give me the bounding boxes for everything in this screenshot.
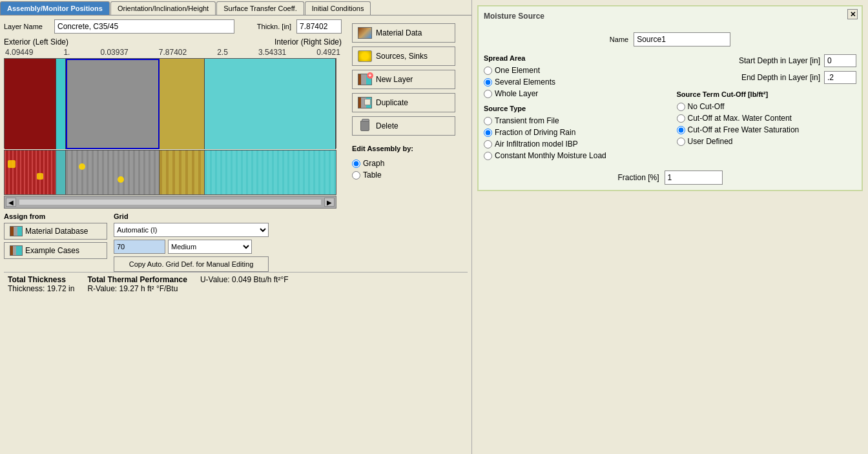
name-input[interactable]	[634, 32, 730, 46]
sources-sinks-button[interactable]: Sources, Sinks	[352, 46, 455, 66]
spread-several-radio[interactable]	[484, 78, 492, 87]
source-transient-radio[interactable]	[484, 117, 492, 125]
fraction-input[interactable]	[665, 170, 723, 185]
cutoff-user-defined[interactable]: User Defined	[677, 137, 857, 146]
scroll-left[interactable]: ◀	[6, 198, 16, 207]
layer-cyan-1[interactable]	[56, 59, 66, 149]
grid-visualization	[4, 150, 336, 195]
grid-label: Grid	[114, 212, 342, 220]
layer-yellow[interactable]	[160, 59, 205, 149]
start-depth-row: Start Depth in Layer [in]	[677, 54, 857, 67]
tab-orientation[interactable]: Orientation/Inclination/Height	[110, 1, 216, 15]
start-depth-input[interactable]	[824, 54, 856, 67]
cutoff-max-radio[interactable]	[677, 114, 685, 123]
source-constant-radio[interactable]	[484, 152, 492, 160]
spread-one-element[interactable]: One Element	[484, 66, 664, 75]
source-air-label: Air Infiltration model IBP	[495, 139, 578, 149]
end-depth-input[interactable]	[824, 71, 856, 84]
spread-several-label: Several Elements	[495, 77, 555, 87]
ruler-val-4: 2.5	[217, 48, 228, 57]
copy-grid-button[interactable]: Copy Auto. Grid Def. for Manual Editing	[114, 256, 269, 272]
cutoff-user-label: User Defined	[688, 137, 733, 146]
end-depth-row: End Depth in Layer [in]	[677, 71, 857, 84]
source-fraction-radio[interactable]	[484, 129, 492, 137]
total-thickness-section: Total Thickness Thickness: 19.72 in	[8, 275, 74, 293]
scroll-right[interactable]: ▶	[324, 198, 335, 207]
example-cases-button[interactable]: Example Cases	[4, 242, 107, 259]
ruler-val-2: 0.03937	[100, 48, 128, 57]
fraction-label: Fraction [%]	[617, 173, 659, 182]
source-constant-label: Constant Monthly Moisture Load	[495, 151, 606, 160]
radio-graph-label: Graph	[363, 159, 384, 168]
grid-type-select[interactable]: Automatic (I) Automatic (II) Manual	[114, 223, 269, 237]
thickness-label: Thickn. [in]	[240, 23, 291, 30]
duplicate-icon	[358, 97, 372, 108]
cutoff-max-water[interactable]: Cut-Off at Max. Water Content	[677, 114, 857, 123]
scroll-area[interactable]: ◀ ▶	[4, 196, 336, 209]
spread-several-elements[interactable]: Several Elements	[484, 77, 664, 87]
source-fraction-label: Fraction of Driving Rain	[495, 128, 575, 137]
moisture-source-panel: Moisture Source ✕ Name Spread Area One E…	[477, 5, 863, 191]
new-layer-label: New Layer	[376, 75, 413, 84]
status-bar: Total Thickness Thickness: 19.72 in Tota…	[4, 272, 468, 296]
cutoff-max-label: Cut-Off at Max. Water Content	[688, 114, 792, 123]
interior-label: Interior (Right Side)	[274, 37, 342, 46]
cutoff-no-radio[interactable]	[677, 103, 685, 111]
layer-gray[interactable]	[66, 59, 160, 149]
duplicate-label: Duplicate	[376, 98, 408, 107]
source-air-radio[interactable]	[484, 140, 492, 149]
grid-medium-select[interactable]: Coarse Medium Fine	[168, 240, 252, 254]
spread-one-radio[interactable]	[484, 67, 492, 75]
material-data-label: Material Data	[376, 28, 422, 37]
duplicate-button[interactable]: Duplicate	[352, 93, 455, 112]
tab-bar: Assembly/Monitor Positions Orientation/I…	[0, 0, 471, 15]
radio-graph-input[interactable]	[352, 160, 360, 168]
delete-button[interactable]: Delete	[352, 116, 455, 136]
material-data-button[interactable]: Material Data	[352, 23, 455, 43]
tab-assembly[interactable]: Assembly/Monitor Positions	[0, 1, 110, 15]
material-db-icon	[10, 226, 23, 236]
material-database-label: Material Database	[25, 227, 88, 236]
cutoff-no[interactable]: No Cut-Off	[677, 102, 857, 111]
source-fraction[interactable]: Fraction of Driving Rain	[484, 128, 664, 137]
close-button[interactable]: ✕	[847, 9, 858, 19]
thickness-input[interactable]	[296, 19, 342, 34]
radio-graph[interactable]: Graph	[352, 159, 464, 168]
spread-whole-label: Whole Layer	[495, 89, 538, 98]
cutoff-free-radio[interactable]	[677, 126, 685, 134]
source-air-infiltration[interactable]: Air Infiltration model IBP	[484, 139, 664, 149]
source-transient[interactable]: Transient from File	[484, 116, 664, 125]
radio-table[interactable]: Table	[352, 170, 464, 180]
grid-value-input[interactable]	[114, 240, 165, 254]
spread-one-label: One Element	[495, 66, 540, 75]
layer-cyan-2[interactable]	[205, 59, 336, 149]
source-constant[interactable]: Constant Monthly Moisture Load	[484, 151, 664, 160]
source-type-title: Source Type	[484, 105, 664, 112]
thermal-performance-section: Total Thermal Performance R-Value: 19.27…	[87, 275, 187, 293]
ruler-val-6: 0.4921	[316, 48, 340, 57]
ruler-val-0: 4.09449	[5, 48, 33, 57]
spread-whole-radio[interactable]	[484, 90, 492, 98]
ruler-val-1: 1.	[63, 48, 70, 57]
assign-from-label: Assign from	[4, 212, 107, 220]
radio-table-input[interactable]	[352, 171, 360, 180]
tab-surface[interactable]: Surface Transfer Coeff.	[216, 1, 304, 15]
cutoff-free-water[interactable]: Cut-Off at Free Water Saturation	[677, 125, 857, 134]
edit-assembly-radio-group: Graph Table	[352, 159, 464, 180]
new-layer-button[interactable]: + New Layer	[352, 70, 455, 89]
spread-whole-layer[interactable]: Whole Layer	[484, 89, 664, 98]
sources-sinks-label: Sources, Sinks	[376, 52, 428, 61]
material-database-button[interactable]: Material Database	[4, 223, 107, 240]
total-thickness-title: Total Thickness	[8, 275, 74, 284]
moisture-title: Moisture Source	[484, 12, 544, 21]
start-depth-label: Start Depth in Layer [in]	[739, 56, 820, 65]
delete-label: Delete	[376, 121, 398, 130]
layer-dark-red[interactable]	[5, 59, 56, 149]
cutoff-user-radio[interactable]	[677, 138, 685, 146]
cutoff-no-label: No Cut-Off	[688, 102, 725, 111]
ruler: 4.09449 1. 0.03937 7.87402 2.5 3.54331 0…	[4, 48, 342, 57]
layer-name-input[interactable]	[54, 19, 234, 34]
layer-name-label: Layer Name	[4, 23, 49, 30]
tab-initial[interactable]: Initial Conditions	[305, 1, 371, 15]
layers-visualization[interactable]	[4, 58, 336, 149]
